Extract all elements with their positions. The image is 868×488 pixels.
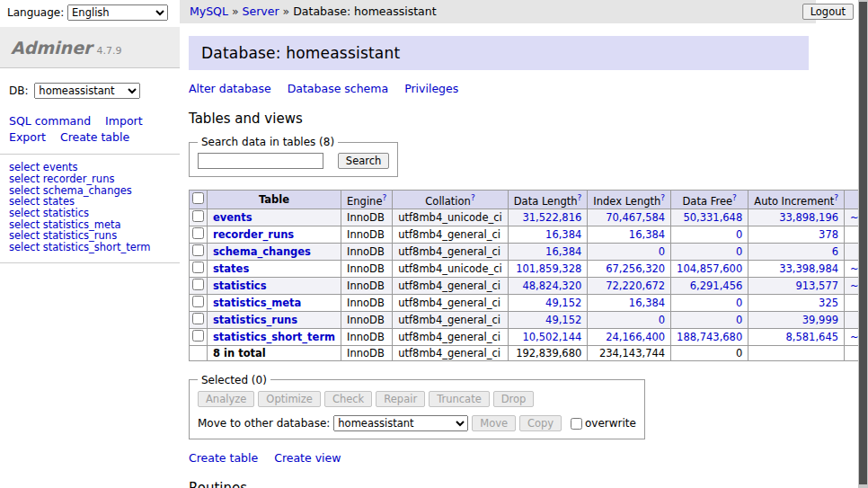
db-select[interactable]: homeassistant	[34, 83, 140, 99]
data-free-link[interactable]: 0	[736, 297, 742, 309]
auto-increment-link[interactable]: 325	[819, 297, 838, 309]
table-name-link[interactable]: states	[213, 262, 249, 275]
data-length-link[interactable]: 16,384	[545, 245, 581, 258]
overwrite-label: overwrite	[585, 417, 636, 430]
data-length-link[interactable]: 101,859,328	[516, 262, 581, 275]
index-length-link[interactable]: 0	[659, 314, 665, 326]
export-link[interactable]: Export	[9, 130, 46, 144]
analyze-button[interactable]: Analyze	[198, 391, 254, 407]
db-selector: DB: homeassistant	[0, 68, 180, 108]
create-link[interactable]: Create view	[274, 451, 341, 465]
adminer-logo-link[interactable]: Adminer	[11, 38, 92, 58]
sidebar-table-link[interactable]: select recorder_runs	[9, 173, 180, 185]
overwrite-checkbox[interactable]	[571, 418, 582, 430]
data-length-link[interactable]: 10,502,144	[522, 331, 581, 343]
db-action-link[interactable]: Privileges	[404, 82, 458, 95]
auto-increment-link[interactable]: 378	[819, 228, 838, 241]
column-help-link[interactable]: ?	[732, 193, 737, 202]
data-free-link[interactable]: 188,743,680	[677, 331, 742, 343]
collation-cell: utf8mb4_general_ci	[393, 243, 509, 260]
auto-increment-link[interactable]: 33,898,196	[779, 211, 838, 224]
data-length-link[interactable]: 49,152	[545, 314, 581, 326]
data-length-link[interactable]: 48,824,320	[522, 279, 581, 292]
table-name-link[interactable]: events	[213, 211, 252, 224]
index-length-link[interactable]: 67,256,320	[606, 262, 665, 275]
db-action-link[interactable]: Alter database	[189, 82, 271, 95]
column-help-link[interactable]: ?	[834, 193, 838, 202]
total-engine: InnoDB	[341, 345, 393, 360]
engine-cell: InnoDB	[341, 328, 393, 345]
index-length-link[interactable]: 70,467,584	[606, 211, 665, 224]
logout-button[interactable]: Logout	[802, 4, 854, 20]
row-checkbox[interactable]	[192, 313, 204, 324]
row-checkbox[interactable]	[192, 330, 204, 342]
row-checkbox[interactable]	[192, 296, 204, 307]
select-all-checkbox[interactable]	[192, 192, 204, 204]
create-table-link[interactable]: Create table	[60, 130, 129, 144]
column-help-link[interactable]: ?	[471, 193, 475, 202]
row-checkbox[interactable]	[192, 210, 204, 222]
breadcrumb-link-mysql[interactable]: MySQL	[190, 4, 228, 18]
index-length-link[interactable]: 16,384	[629, 228, 665, 241]
table-name-link[interactable]: statistics	[213, 279, 267, 292]
auto-increment-link[interactable]: 913,577	[795, 279, 838, 292]
truncate-button[interactable]: Truncate	[429, 391, 490, 407]
table-name-link[interactable]: schema_changes	[213, 245, 311, 258]
data-free-link[interactable]: 0	[736, 245, 742, 258]
table-name-link[interactable]: statistics_runs	[213, 314, 297, 326]
db-action-link[interactable]: Database schema	[288, 82, 388, 95]
table-name-link[interactable]: statistics_short_term	[213, 331, 335, 343]
move-db-select[interactable]: homeassistant	[333, 415, 468, 431]
auto-increment-link[interactable]: 6	[832, 245, 838, 258]
data-free-link[interactable]: 104,857,600	[677, 262, 742, 275]
column-help-link[interactable]: ?	[382, 193, 386, 202]
row-checkbox[interactable]	[192, 262, 204, 273]
repair-button[interactable]: Repair	[376, 391, 425, 407]
table-name-link[interactable]: statistics_meta	[213, 297, 301, 309]
table-row: statistics_short_termInnoDButf8mb4_gener…	[190, 328, 868, 345]
sidebar-table-link[interactable]: select statistics_short_term	[9, 242, 180, 253]
data-free-link[interactable]: 50,331,648	[683, 211, 742, 224]
data-length-link[interactable]: 16,384	[545, 228, 581, 241]
search-input[interactable]	[198, 153, 323, 169]
optimize-button[interactable]: Optimize	[258, 391, 321, 407]
sql-command-link[interactable]: SQL command	[9, 114, 91, 128]
total-empty-cell	[190, 345, 208, 360]
search-fieldset: Search data in tables (8) Search	[189, 136, 398, 177]
table-name-link[interactable]: recorder_runs	[213, 228, 294, 241]
data-length-link[interactable]: 49,152	[545, 297, 581, 309]
index-length-link[interactable]: 72,220,672	[606, 279, 665, 292]
drop-button[interactable]: Drop	[493, 391, 535, 407]
index-length-link[interactable]: 16,384	[629, 297, 665, 309]
create-link[interactable]: Create table	[189, 451, 258, 465]
auto-increment-link[interactable]: 39,999	[802, 314, 838, 326]
data-free-link[interactable]: 0	[736, 314, 742, 326]
scrollbar-thumb[interactable]	[859, 2, 867, 484]
auto-increment-link[interactable]: 8,581,645	[786, 331, 839, 343]
move-button[interactable]: Move	[472, 415, 516, 431]
data-free-link[interactable]: 6,291,456	[690, 279, 743, 292]
total-collation: utf8mb4_general_ci	[393, 345, 509, 360]
check-button[interactable]: Check	[324, 391, 372, 407]
table-row: eventsInnoDButf8mb4_unicode_ci31,522,816…	[190, 209, 868, 226]
language-select[interactable]: English	[67, 4, 168, 21]
breadcrumb-link-server[interactable]: Server	[243, 4, 279, 18]
column-header-table: Table	[208, 191, 341, 209]
scrollbar[interactable]	[858, 0, 868, 488]
table-row: schema_changesInnoDButf8mb4_general_ci16…	[190, 243, 868, 260]
row-checkbox[interactable]	[192, 279, 204, 290]
data-length-link[interactable]: 31,522,816	[522, 211, 581, 224]
data-free-link[interactable]: 0	[736, 228, 742, 241]
row-checkbox[interactable]	[192, 227, 204, 239]
search-button[interactable]: Search	[338, 153, 390, 169]
engine-cell: InnoDB	[341, 294, 393, 311]
column-help-link[interactable]: ?	[660, 193, 665, 202]
auto-increment-link[interactable]: 33,398,984	[779, 262, 838, 275]
row-checkbox[interactable]	[192, 244, 204, 256]
import-link[interactable]: Import	[105, 114, 143, 128]
column-help-link[interactable]: ?	[578, 193, 582, 202]
sidebar-table-link[interactable]: select statistics	[9, 208, 180, 219]
index-length-link[interactable]: 24,166,400	[606, 331, 665, 343]
copy-button[interactable]: Copy	[519, 415, 562, 431]
index-length-link[interactable]: 0	[659, 245, 665, 258]
